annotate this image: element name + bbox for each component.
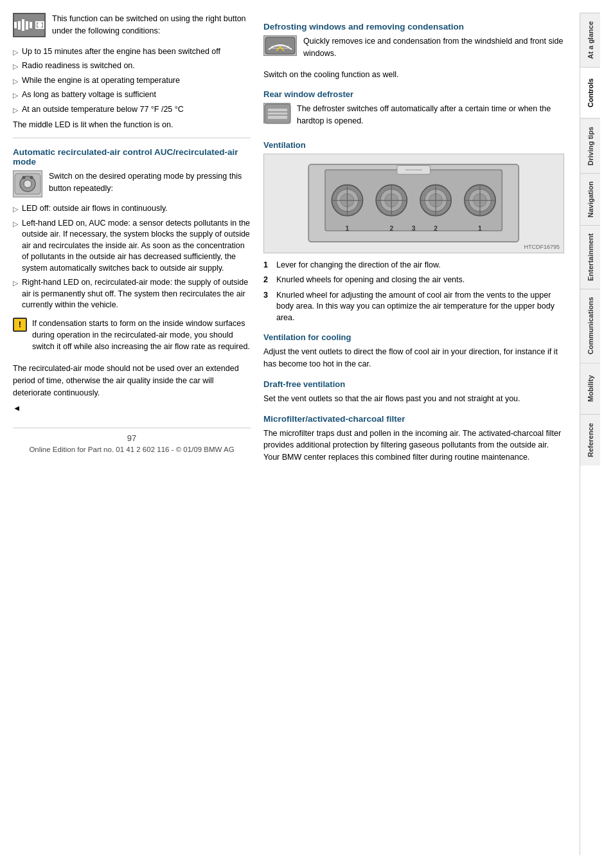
auc-button-icon [13, 170, 42, 197]
list-item-1: 1 Lever for changing the direction of th… [263, 260, 564, 271]
svg-text:1: 1 [478, 225, 482, 232]
list-number: 1 [263, 260, 272, 271]
bullet-icon: ▷ [13, 77, 18, 86]
rear-defrost-body: The defroster switches off automatically… [297, 103, 564, 127]
bullet-icon: ▷ [13, 91, 18, 100]
list-item: ▷ As long as battery voltage is sufficie… [13, 89, 251, 101]
defrost-body: Quickly removes ice and condensation fro… [303, 35, 564, 60]
defrost-heading: Defrosting windows and removing condensa… [263, 22, 564, 32]
image-ref: HTCDF16795 [524, 244, 560, 250]
rear-defrost-icon [263, 103, 290, 123]
list-item: ▷ Right-hand LED on, recirculated-air mo… [13, 277, 251, 311]
intro-text: This function can be switched on using t… [52, 13, 251, 37]
auc-svg [13, 171, 42, 197]
rear-defrost-svg [264, 104, 291, 124]
tab-entertainment[interactable]: Entertainment [580, 225, 600, 289]
defroster-svg [265, 37, 296, 55]
vent-diagram-svg: 1 2 3 2 1 [279, 159, 548, 248]
bullet-icon: ▷ [13, 204, 18, 214]
warning-triangle-icon: ! [13, 318, 27, 332]
list-item: ▷ Radio readiness is switched on. [13, 60, 251, 72]
svg-point-2 [24, 180, 31, 188]
ventilation-heading: Ventilation [263, 140, 564, 150]
rear-defrost-row: The defroster switches off automatically… [263, 103, 564, 131]
auc-led-list: ▷ LED off: outside air flows in continuo… [13, 203, 251, 311]
defroster-icon [263, 35, 297, 56]
svg-text:2: 2 [434, 225, 438, 232]
list-item: ▷ While the engine is at operating tempe… [13, 75, 251, 87]
bullet-icon: ▷ [13, 62, 18, 71]
page-footer: 97 Online Edition for Part no. 01 41 2 6… [13, 428, 251, 458]
left-column: This function can be switched on using t… [13, 13, 251, 855]
warning-block: ! If condensation starts to form on the … [13, 318, 251, 356]
defrost-text-block: Quickly removes ice and condensation fro… [303, 35, 564, 64]
footer-text: Online Edition for Part no. 01 41 2 602 … [29, 446, 234, 453]
page-number: 97 [13, 433, 251, 443]
rear-defrost-heading: Rear window defroster [263, 89, 564, 99]
svg-rect-9 [268, 109, 287, 119]
auc-intro-row: Switch on the desired operating mode by … [13, 170, 251, 199]
svg-text:1: 1 [346, 225, 350, 232]
note-text: The recirculated-air mode should not be … [13, 363, 251, 399]
ventilation-numbered-list: 1 Lever for changing the direction of th… [263, 260, 564, 324]
bullet-icon: ▷ [13, 219, 18, 229]
tab-mobility[interactable]: Mobility [580, 363, 600, 414]
vent-cooling-body: Adjust the vent outlets to direct the fl… [263, 346, 564, 370]
auc-intro-text: Switch on the desired operating mode by … [49, 170, 251, 195]
list-item: ▷ Up to 15 minutes after the engine has … [13, 46, 251, 58]
list-item-3: 3 Knurled wheel for adjusting the amount… [263, 290, 564, 324]
tab-reference[interactable]: Reference [580, 414, 600, 466]
control-panel-icon [13, 13, 46, 37]
defrost-intro-row: Quickly removes ice and condensation fro… [263, 35, 564, 64]
conditions-list: ▷ Up to 15 minutes after the engine has … [13, 46, 251, 116]
tab-controls[interactable]: Controls [580, 67, 600, 118]
end-mark: ◄ [13, 402, 251, 415]
list-number: 2 [263, 275, 272, 286]
list-item: ▷ LED off: outside air flows in continuo… [13, 203, 251, 215]
chapter-tabs: At a glance Controls Driving tips Naviga… [580, 13, 600, 855]
list-item: ▷ At an outside temperature below 77 °F … [13, 104, 251, 116]
list-number: 3 [263, 290, 272, 324]
list-item-2: 2 Knurled wheels for opening and closing… [263, 275, 564, 286]
led-note: The middle LED is lit when the function … [13, 119, 251, 131]
svg-text:2: 2 [390, 225, 394, 232]
auc-heading: Automatic recirculated-air control AUC/r… [13, 147, 251, 167]
svg-point-4 [30, 176, 33, 179]
vent-cooling-heading: Ventilation for cooling [263, 332, 564, 342]
intro-section: This function can be switched on using t… [13, 13, 251, 41]
svg-text:3: 3 [412, 225, 416, 232]
bullet-icon: ▷ [13, 278, 18, 288]
right-column: Defrosting windows and removing condensa… [263, 13, 567, 855]
svg-point-3 [22, 176, 26, 179]
tab-at-a-glance[interactable]: At a glance [580, 13, 600, 67]
warning-text: If condensation starts to form on the in… [32, 318, 251, 352]
ventilation-image: 1 2 3 2 1 HTCDF16795 [263, 154, 564, 253]
bullet-icon: ▷ [13, 48, 18, 57]
bullet-icon: ▷ [13, 105, 18, 115]
tab-communications[interactable]: Communications [580, 289, 600, 362]
list-item: ▷ Left-hand LED on, AUC mode: a sensor d… [13, 218, 251, 275]
tab-driving-tips[interactable]: Driving tips [580, 118, 600, 174]
microfilter-body: The microfilter traps dust and pollen in… [263, 428, 564, 464]
tab-navigation[interactable]: Navigation [580, 173, 600, 225]
draft-free-heading: Draft-free ventilation [263, 379, 564, 389]
draft-free-body: Set the vent outlets so that the air flo… [263, 393, 564, 405]
defrost-extra: Switch on the cooling function as well. [263, 69, 564, 81]
microfilter-heading: Microfilter/activated-charcoal filter [263, 414, 564, 424]
